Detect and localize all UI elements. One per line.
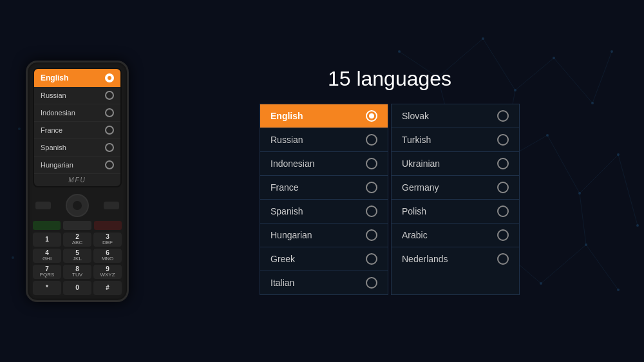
key-8: 8TUV bbox=[63, 265, 91, 279]
lang-item-france[interactable]: France bbox=[260, 176, 388, 200]
lang-label-arabic: Arabic bbox=[402, 230, 428, 240]
lang-item-english[interactable]: English bbox=[260, 104, 388, 128]
phone-lang-label: Russian bbox=[41, 91, 66, 99]
lang-item-ukrainian[interactable]: Ukrainian bbox=[392, 152, 519, 176]
middle-btn bbox=[63, 221, 91, 230]
lang-label-germany: Germany bbox=[402, 182, 439, 193]
phone-lang-label: Indonesian bbox=[41, 109, 75, 117]
lang-item-greek[interactable]: Greek bbox=[260, 247, 388, 271]
end-call-btn bbox=[94, 221, 122, 230]
key-7: 7PQRS bbox=[33, 265, 61, 279]
phone-lang-item-spanish: Spanish bbox=[34, 139, 120, 157]
phone-keypad-grid: 1 2ABC 3DEF 4GHI 5JKL 6MNO 7PQRS 8TUV 9W… bbox=[33, 233, 122, 295]
lang-label-hungarian: Hungarian bbox=[270, 230, 312, 240]
phone-lang-label: Spanish bbox=[41, 144, 66, 151]
lang-item-indonesian[interactable]: Indonesian bbox=[260, 152, 388, 176]
phone-lang-item-indonesian: Indonesian bbox=[34, 104, 120, 122]
radio-germany bbox=[497, 182, 509, 193]
radio-indonesian bbox=[366, 158, 377, 169]
right-panel: 15 languages English Russian Indonesian … bbox=[155, 67, 625, 295]
lang-item-russian[interactable]: Russian bbox=[260, 128, 388, 152]
phone-lang-item-hungarian: Hungarian bbox=[34, 157, 120, 174]
key-6: 6MNO bbox=[93, 249, 122, 263]
phone-lang-item-france: France bbox=[34, 122, 120, 139]
phone-lang-label: France bbox=[41, 126, 62, 134]
lang-item-hungarian[interactable]: Hungarian bbox=[260, 224, 388, 247]
radio-nederlands bbox=[497, 253, 509, 265]
phone-radio-empty bbox=[105, 143, 114, 152]
phone-selected-language: English bbox=[34, 69, 120, 87]
key-0: 0 bbox=[63, 281, 91, 295]
radio-ukrainian bbox=[497, 158, 509, 169]
phone-lang-item-russian: Russian bbox=[34, 87, 120, 104]
phone-brand-label: MFU bbox=[34, 174, 120, 186]
lang-item-arabic[interactable]: Arabic bbox=[392, 224, 519, 247]
radio-france bbox=[366, 182, 377, 193]
lang-label-turkish: Turkish bbox=[402, 135, 431, 145]
phone-screen: English Russian Indonesian France Spanis… bbox=[33, 68, 122, 187]
lang-label-france: France bbox=[270, 182, 299, 193]
phone-body: English Russian Indonesian France Spanis… bbox=[26, 61, 129, 302]
radio-spanish bbox=[366, 205, 377, 217]
phone-radio-empty bbox=[105, 91, 114, 100]
phone-lang-label: Hungarian bbox=[41, 161, 73, 169]
lang-item-italian[interactable]: Italian bbox=[260, 271, 388, 294]
lang-label-italian: Italian bbox=[270, 278, 294, 288]
lang-item-spanish[interactable]: Spanish bbox=[260, 200, 388, 224]
lang-label-indonesian: Indonesian bbox=[270, 158, 315, 169]
lang-item-slovak[interactable]: Slovak bbox=[392, 104, 519, 128]
lang-item-nederlands[interactable]: Nederlands bbox=[392, 247, 519, 271]
key-1: 1 bbox=[33, 233, 61, 247]
call-btn bbox=[33, 221, 61, 230]
radio-english bbox=[366, 110, 377, 122]
lang-label-russian: Russian bbox=[270, 135, 303, 145]
lang-label-nederlands: Nederlands bbox=[402, 254, 448, 264]
radio-turkish bbox=[497, 134, 509, 146]
lang-label-greek: Greek bbox=[270, 254, 295, 264]
radio-russian bbox=[366, 134, 377, 146]
nav-center-btn bbox=[66, 194, 89, 217]
key-3: 3DEF bbox=[93, 233, 122, 247]
radio-hungarian bbox=[366, 229, 377, 241]
phone-radio-filled bbox=[105, 73, 114, 82]
radio-greek bbox=[366, 253, 377, 265]
phone-display: English Russian Indonesian France Spanis… bbox=[19, 61, 135, 302]
lang-label-spanish: Spanish bbox=[270, 206, 303, 216]
language-list-left: English Russian Indonesian France Spanis… bbox=[260, 104, 388, 295]
lang-label-english: English bbox=[270, 111, 303, 121]
key-5: 5JKL bbox=[63, 249, 91, 263]
phone-radio-empty bbox=[105, 126, 114, 135]
page-title: 15 languages bbox=[328, 67, 451, 91]
key-9: 9WXYZ bbox=[93, 265, 122, 279]
nav-left-btn bbox=[35, 202, 51, 209]
key-hash: # bbox=[93, 281, 122, 295]
key-4: 4GHI bbox=[33, 249, 61, 263]
phone-radio-empty bbox=[105, 108, 114, 117]
radio-slovak bbox=[497, 110, 509, 122]
lang-item-turkish[interactable]: Turkish bbox=[392, 128, 519, 152]
nav-right-btn bbox=[104, 202, 119, 209]
phone-radio-empty bbox=[105, 160, 114, 169]
language-list-right: Slovak Turkish Ukrainian Germany Polish bbox=[391, 104, 520, 295]
key-star: * bbox=[33, 281, 61, 295]
lang-label-slovak: Slovak bbox=[402, 111, 429, 121]
language-lists: English Russian Indonesian France Spanis… bbox=[260, 104, 520, 295]
key-2: 2ABC bbox=[63, 233, 91, 247]
radio-polish bbox=[497, 205, 509, 217]
phone-nav bbox=[33, 193, 122, 218]
lang-item-germany[interactable]: Germany bbox=[392, 176, 519, 200]
radio-arabic bbox=[497, 229, 509, 241]
phone-selected-label: English bbox=[41, 73, 68, 82]
lang-label-ukrainian: Ukrainian bbox=[402, 158, 440, 169]
lang-label-polish: Polish bbox=[402, 206, 426, 216]
lang-item-polish[interactable]: Polish bbox=[392, 200, 519, 224]
call-buttons bbox=[33, 221, 122, 230]
radio-italian bbox=[366, 277, 377, 289]
